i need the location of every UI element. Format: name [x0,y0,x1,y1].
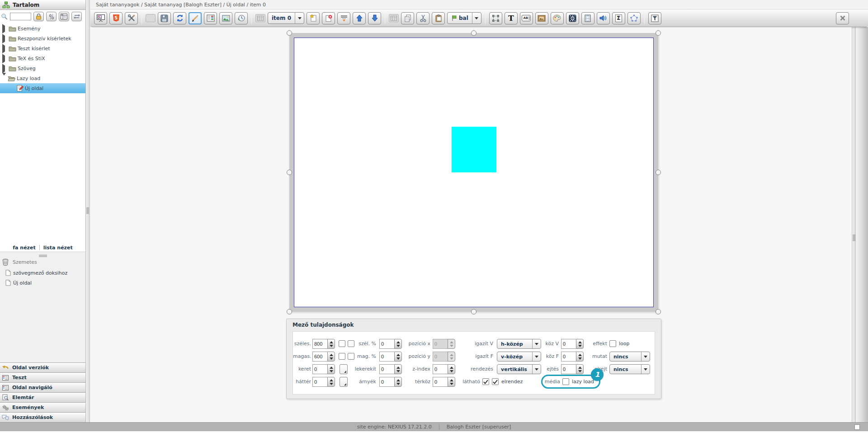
chevron-down-icon[interactable] [2,76,6,81]
hide-select[interactable]: nincs [609,364,650,374]
video-tool-button[interactable] [581,12,594,24]
trash-item-szovegmezo[interactable]: szövegmező doksihoz [5,270,67,276]
item-select-dropdown[interactable]: item 0 [268,12,304,24]
list-view-button[interactable] [59,12,69,21]
spinner-buttons[interactable] [394,339,402,349]
chevron-down-icon[interactable] [472,13,481,24]
grid-toggle[interactable] [255,14,265,22]
media-library-button[interactable] [219,12,232,24]
round-input[interactable] [379,364,394,374]
bg-input[interactable] [312,377,327,387]
paint-tool-button[interactable] [551,12,564,24]
list-view-link[interactable]: lista nézet [43,245,73,251]
cyan-media-block[interactable] [452,127,496,172]
tree-item-uj-oldal-selected[interactable]: Új oldal [0,83,85,93]
save-button[interactable] [158,12,171,24]
align-f-select[interactable]: v-közép [497,352,541,362]
move-down-button[interactable] [368,12,381,24]
accordion-esemenyek[interactable]: Események [0,402,85,412]
sidebar-splitter[interactable] [86,0,90,422]
textfield-tool-button[interactable]: AB [520,12,533,24]
move-up-button[interactable] [353,12,366,24]
accordion-oldal-verziok[interactable]: Oldal verziók [0,362,85,372]
trash-header[interactable]: Szemetes [2,258,37,266]
spinner-buttons[interactable] [394,364,402,374]
delete-item-button[interactable] [322,12,335,24]
insert-below-button[interactable] [337,12,350,24]
width-input[interactable] [312,339,327,349]
resize-handle-left[interactable] [287,170,292,175]
tree-item-szoveg[interactable]: Szöveg [0,63,85,73]
spinner-buttons[interactable] [448,364,455,374]
order-select[interactable]: vertikális [497,364,541,374]
chevron-down-icon[interactable] [641,365,650,374]
accordion-elemtar[interactable]: Elemtár [0,392,85,402]
splitter-grip[interactable] [87,207,89,214]
shape-tool-button[interactable] [627,12,641,24]
lock-button[interactable] [33,12,44,21]
filter-tool-button[interactable] [648,12,661,24]
add-item-button[interactable] [307,12,320,24]
edited-page[interactable] [294,38,654,307]
audio-tool-button[interactable] [597,12,610,24]
resize-handle-bottom-right[interactable] [656,309,661,314]
chevron-right-icon[interactable] [2,46,7,52]
spinner-buttons[interactable] [576,339,584,349]
resize-handle-right[interactable] [656,170,661,175]
paste-button[interactable] [432,12,445,24]
resize-handle-bottom-center[interactable] [471,309,476,314]
refresh-tree-button[interactable] [71,12,82,21]
status-corner-box[interactable] [854,424,860,430]
resize-handle-top-right[interactable] [656,30,661,36]
tools-button[interactable] [125,12,138,24]
spinner-buttons[interactable] [327,339,335,349]
spinner-buttons[interactable] [576,352,584,362]
page-selection-frame[interactable] [289,33,658,312]
spinner-buttons[interactable] [394,352,402,362]
image-tool-button[interactable] [535,12,548,24]
drop-input[interactable] [561,364,576,374]
spinner-buttons[interactable] [327,377,335,387]
animation-tool-button[interactable] [566,12,579,24]
formula-tool-button[interactable]: Σ [612,12,625,24]
height-input[interactable] [312,352,327,362]
align-dropdown[interactable]: bal [447,12,481,24]
spinner-buttons[interactable] [394,377,402,387]
tree-view-link[interactable]: fa nézet [13,245,35,251]
tree-item-esemeny[interactable]: Esemény [0,24,85,33]
show-select[interactable]: nincs [609,352,650,362]
spinner-buttons[interactable] [327,364,335,374]
tree-item-tex-stix[interactable]: TeX és StiX [0,53,85,63]
preview-button[interactable] [94,12,107,24]
loop-checkbox[interactable] [609,340,616,347]
zindex-input[interactable] [433,364,448,374]
accordion-hozzaszolasok[interactable]: Hozzászólások [0,412,85,422]
arrange-checkbox[interactable] [492,378,499,385]
gap-v-input[interactable] [561,339,576,349]
spinner-buttons[interactable] [327,352,335,362]
align-v-select[interactable]: h-közép [497,339,541,349]
resize-handle-bottom-left[interactable] [287,309,292,314]
swatch-toggle[interactable] [146,14,156,22]
shadow-input[interactable] [379,377,394,387]
design-brush-button[interactable] [189,12,202,24]
copy-button[interactable] [401,12,414,24]
tree-item-teszt-kiserlet[interactable]: Teszt kísérlet [0,43,85,53]
history-button[interactable] [235,12,248,24]
breadcrumb[interactable]: Saját tananyagok / Saját tananyag [Balog… [90,0,868,10]
gap-f-input[interactable] [561,352,576,362]
search-input[interactable] [10,13,31,20]
tree-item-lazy-load[interactable]: Lazy load [0,73,85,83]
panel-resize-handle[interactable] [39,255,47,257]
grid-toggle-2[interactable] [389,14,399,22]
accordion-oldal-navigalo[interactable]: Oldal navigáló [0,382,85,392]
filter-settings-button[interactable] [46,12,57,21]
form-properties-button[interactable] [204,12,217,24]
html5-export-button[interactable]: 5 [109,12,123,24]
cut-button[interactable] [416,12,429,24]
chevron-down-icon[interactable] [295,13,304,24]
text-tool-button[interactable]: T [505,12,518,24]
chevron-right-icon[interactable] [2,26,7,32]
resize-handle-top-left[interactable] [287,30,292,36]
chevron-down-icon[interactable] [641,352,650,361]
